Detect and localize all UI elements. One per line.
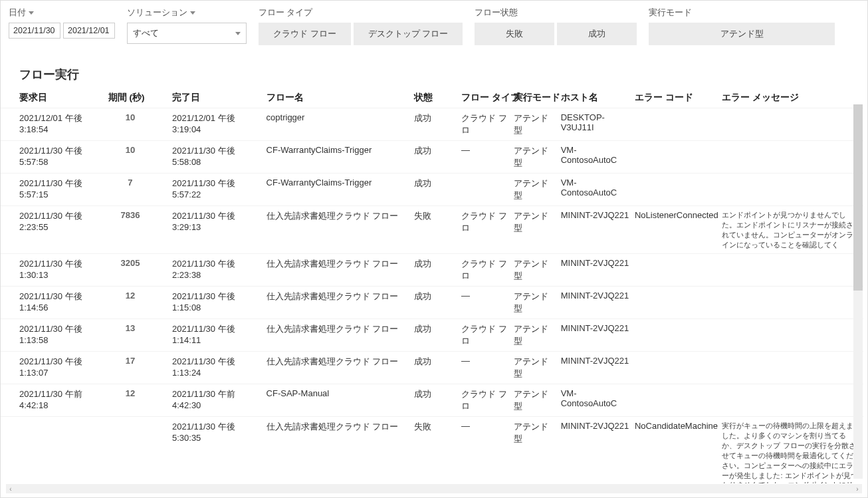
cell-duration: 10 bbox=[108, 108, 172, 141]
table-row[interactable]: 2021/11/30 午後 5:57:1572021/11/30 午後 5:57… bbox=[1, 174, 863, 206]
table-row[interactable]: 2021/11/30 午後 5:30:35仕入先請求書処理クラウド フロー失敗—… bbox=[1, 417, 863, 483]
table-row[interactable]: 2021/11/30 午後 1:13:07172021/11/30 午後 1:1… bbox=[1, 352, 863, 384]
date-from-input[interactable]: 2021/11/30 bbox=[9, 23, 60, 39]
col-duration[interactable]: 期間 (秒) bbox=[108, 88, 172, 108]
cell-request-date: 2021/11/30 午前 4:42:18 bbox=[1, 384, 108, 417]
cell-status: 成功 bbox=[414, 319, 461, 352]
cell-end-date: 2021/11/30 午後 2:23:38 bbox=[172, 254, 267, 287]
col-status[interactable]: 状態 bbox=[414, 88, 461, 108]
flow-state-fail-button[interactable]: 失敗 bbox=[475, 23, 554, 45]
cell-run-mode: アテンド型 bbox=[514, 287, 561, 319]
chevron-down-icon bbox=[29, 11, 34, 15]
cell-flow-type: クラウド フロ bbox=[461, 206, 514, 254]
cell-run-mode: アテンド型 bbox=[514, 384, 561, 417]
cell-flow-name: 仕入先請求書処理クラウド フロー bbox=[267, 287, 415, 319]
cell-end-date: 2021/12/01 午後 3:19:04 bbox=[172, 108, 267, 141]
table-row[interactable]: 2021/11/30 午後 1:30:1332052021/11/30 午後 2… bbox=[1, 254, 863, 287]
cell-host: MININT-2VJQ221 bbox=[561, 206, 635, 254]
cell-end-date: 2021/11/30 午後 3:29:13 bbox=[172, 206, 267, 254]
cell-flow-name: CF-WarrantyClaims-Trigger bbox=[267, 174, 415, 206]
cell-host: DESKTOP-V3UJ11I bbox=[561, 108, 635, 141]
col-error-code[interactable]: エラー コード bbox=[635, 88, 722, 108]
horizontal-scrollbar-track[interactable] bbox=[15, 484, 853, 493]
cell-run-mode: アテンド型 bbox=[514, 174, 561, 206]
table-row[interactable]: 2021/11/30 午後 1:13:58132021/11/30 午後 1:1… bbox=[1, 319, 863, 352]
col-end-date[interactable]: 完了日 bbox=[172, 88, 267, 108]
cell-host: VM-ContosoAutoC bbox=[561, 141, 635, 174]
col-request-date[interactable]: 要求日 bbox=[1, 88, 108, 108]
cell-flow-type: — bbox=[461, 417, 514, 483]
cell-status: 成功 bbox=[414, 174, 461, 206]
flow-type-label: フロー タイプ bbox=[259, 7, 463, 19]
cell-error-msg bbox=[722, 352, 863, 384]
cell-run-mode: アテンド型 bbox=[514, 254, 561, 287]
cell-run-mode: アテンド型 bbox=[514, 108, 561, 141]
date-to-input[interactable]: 2021/12/01 bbox=[63, 23, 115, 39]
cell-error-msg: エンドポイントが見つかりませんでした。エンドポイントにリスナーが接続されていませ… bbox=[722, 206, 863, 254]
cell-error-msg bbox=[722, 141, 863, 174]
cell-request-date: 2021/11/30 午後 5:57:15 bbox=[1, 174, 108, 206]
solution-filter: ソリューション すべて bbox=[127, 7, 247, 44]
cell-error-msg bbox=[722, 319, 863, 352]
table-row[interactable]: 2021/12/01 午後 3:18:54102021/12/01 午後 3:1… bbox=[1, 108, 863, 141]
cell-run-mode: アテンド型 bbox=[514, 141, 561, 174]
cell-duration: 17 bbox=[108, 352, 172, 384]
cell-host: VM-ContosoAutoC bbox=[561, 174, 635, 206]
cell-error-msg: 実行がキューの待機時間の上限を超えました。より多くのマシンを割り当てるか、デスク… bbox=[722, 417, 863, 483]
table-row[interactable]: 2021/11/30 午後 5:57:58102021/11/30 午後 5:5… bbox=[1, 141, 863, 174]
col-flow-name[interactable]: フロー名 bbox=[267, 88, 415, 108]
cell-flow-type: クラウド フロ bbox=[461, 384, 514, 417]
cell-request-date: 2021/11/30 午後 1:30:13 bbox=[1, 254, 108, 287]
vertical-scrollbar-thumb[interactable] bbox=[853, 104, 863, 291]
table-scroll-area[interactable]: 要求日 期間 (秒) 完了日 フロー名 状態 フロー タイプ 実行モード ホスト… bbox=[1, 88, 863, 483]
cell-error-code bbox=[635, 319, 722, 352]
flow-type-desktop-button[interactable]: デスクトップ フロー bbox=[354, 23, 463, 45]
cell-error-code bbox=[635, 108, 722, 141]
horizontal-scroll-left-arrow[interactable]: ‹ bbox=[6, 484, 15, 493]
cell-flow-type: クラウド フロ bbox=[461, 108, 514, 141]
cell-error-code: NoCandidateMachine bbox=[635, 417, 722, 483]
horizontal-scroll-right-arrow[interactable]: › bbox=[853, 484, 862, 493]
cell-duration: 12 bbox=[108, 384, 172, 417]
cell-error-code bbox=[635, 141, 722, 174]
col-host[interactable]: ホスト名 bbox=[561, 88, 635, 108]
cell-status: 成功 bbox=[414, 352, 461, 384]
cell-error-code bbox=[635, 384, 722, 417]
cell-duration: 7 bbox=[108, 174, 172, 206]
col-run-mode[interactable]: 実行モード bbox=[514, 88, 561, 108]
table-row[interactable]: 2021/11/30 午前 4:42:18122021/11/30 午前 4:4… bbox=[1, 384, 863, 417]
run-mode-label: 実行モード bbox=[649, 7, 835, 19]
cell-flow-name: 仕入先請求書処理クラウド フロー bbox=[267, 417, 415, 483]
cell-request-date: 2021/11/30 午後 5:57:58 bbox=[1, 141, 108, 174]
cell-host: MININT-2VJQ221 bbox=[561, 352, 635, 384]
table-row[interactable]: 2021/11/30 午後 2:23:5578362021/11/30 午後 3… bbox=[1, 206, 863, 254]
cell-flow-type: — bbox=[461, 141, 514, 174]
table-row[interactable]: 2021/11/30 午後 1:14:56122021/11/30 午後 1:1… bbox=[1, 287, 863, 319]
cell-host: MININT-2VJQ221 bbox=[561, 254, 635, 287]
run-mode-filter: 実行モード アテンド型 bbox=[649, 7, 835, 45]
cell-request-date: 2021/11/30 午後 1:13:58 bbox=[1, 319, 108, 352]
solution-filter-label[interactable]: ソリューション bbox=[127, 7, 247, 19]
flow-type-cloud-button[interactable]: クラウド フロー bbox=[259, 23, 351, 45]
cell-status: 成功 bbox=[414, 287, 461, 319]
solution-select[interactable]: すべて bbox=[127, 23, 247, 44]
cell-flow-type: — bbox=[461, 287, 514, 319]
cell-error-code: NoListenerConnected bbox=[635, 206, 722, 254]
cell-end-date: 2021/11/30 午後 5:30:35 bbox=[172, 417, 267, 483]
col-error-msg[interactable]: エラー メッセージ bbox=[722, 88, 863, 108]
date-filter: 日付 2021/11/30 2021/12/01 bbox=[9, 7, 115, 39]
cell-host: MININT-2VJQ221 bbox=[561, 287, 635, 319]
cell-flow-type: クラウド フロ bbox=[461, 319, 514, 352]
cell-request-date: 2021/11/30 午後 2:23:55 bbox=[1, 206, 108, 254]
cell-flow-name: coptrigger bbox=[267, 108, 415, 141]
col-flow-type[interactable]: フロー タイプ bbox=[461, 88, 514, 108]
date-label-text: 日付 bbox=[9, 7, 26, 19]
cell-request-date bbox=[1, 417, 108, 483]
cell-error-code bbox=[635, 287, 722, 319]
run-mode-attended-button[interactable]: アテンド型 bbox=[649, 23, 835, 45]
chevron-down-icon bbox=[235, 32, 241, 35]
date-filter-label[interactable]: 日付 bbox=[9, 7, 115, 19]
cell-request-date: 2021/11/30 午後 1:13:07 bbox=[1, 352, 108, 384]
table-header-row: 要求日 期間 (秒) 完了日 フロー名 状態 フロー タイプ 実行モード ホスト… bbox=[1, 88, 863, 108]
flow-state-success-button[interactable]: 成功 bbox=[557, 23, 637, 45]
